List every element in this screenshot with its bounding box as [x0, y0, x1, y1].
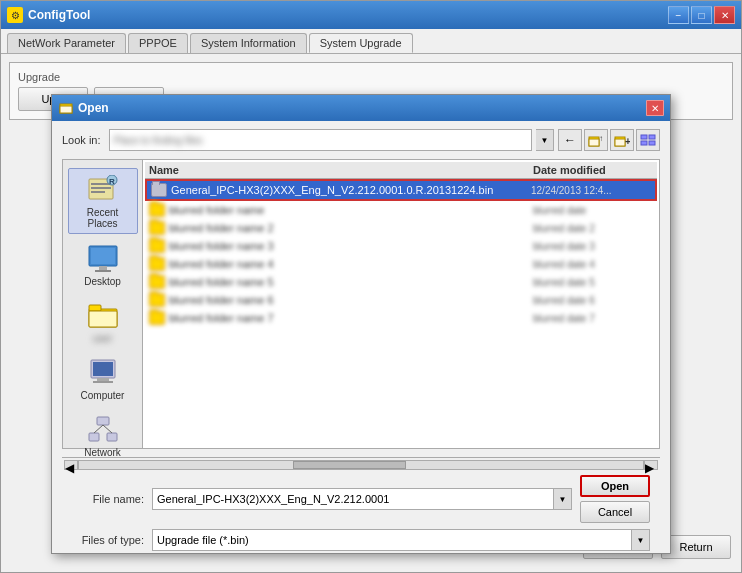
- svg-rect-27: [97, 378, 109, 381]
- filetype-dropdown[interactable]: ▼: [632, 529, 650, 551]
- app-title: ConfigTool: [28, 8, 668, 22]
- file-date-blurred2: blurred date 2: [533, 223, 653, 234]
- col-date-header: Date modified: [533, 164, 653, 176]
- folder-label: user: [93, 333, 112, 344]
- recent-label: Recent Places: [73, 207, 133, 229]
- svg-text:R: R: [109, 177, 115, 186]
- svg-rect-15: [91, 191, 105, 193]
- computer-label: Computer: [81, 390, 125, 401]
- place-desktop[interactable]: Desktop: [68, 238, 138, 291]
- window-close-button[interactable]: ✕: [714, 6, 735, 24]
- folder-item-icon: [149, 275, 165, 289]
- open-button[interactable]: Open: [580, 475, 650, 497]
- folder-item-icon: [149, 257, 165, 271]
- svg-rect-24: [89, 311, 117, 327]
- file-name-blurred7: blurred folder name 7: [169, 312, 533, 324]
- tab-bar: NetWork Parameter PPPOE System Informati…: [1, 29, 741, 54]
- folder-item-icon: [149, 239, 165, 253]
- network-icon: [87, 413, 119, 445]
- folder-up-button[interactable]: ↑: [584, 129, 608, 151]
- dialog-icon: [58, 100, 74, 116]
- hscroll-thumb[interactable]: [293, 461, 406, 469]
- svg-rect-30: [89, 433, 99, 441]
- title-bar: ⚙ ConfigTool − □ ✕: [1, 1, 741, 29]
- svg-rect-3: [589, 139, 599, 146]
- svg-rect-31: [107, 433, 117, 441]
- network-label: Network: [84, 447, 121, 458]
- horizontal-scrollbar[interactable]: ◀ ▶: [62, 457, 660, 471]
- svg-rect-20: [99, 266, 107, 270]
- view-button[interactable]: [636, 129, 660, 151]
- file-item[interactable]: blurred folder name 4 blurred date 4: [145, 255, 657, 273]
- filename-row: File name: General_IPC-HX3(2)XXX_Eng_N_V…: [72, 475, 650, 523]
- look-in-label: Look in:: [62, 134, 101, 146]
- place-folder[interactable]: user: [68, 295, 138, 348]
- filetype-value: Upgrade file (*.bin): [157, 534, 249, 546]
- tab-pppoe[interactable]: PPPOE: [128, 33, 188, 53]
- file-date-blurred4: blurred date 4: [533, 259, 653, 270]
- file-item[interactable]: blurred folder name 2 blurred date 2: [145, 219, 657, 237]
- dialog-body: Look in: Place to finding files ▼ ← ↑: [52, 121, 670, 569]
- col-name-header: Name: [149, 164, 533, 176]
- file-item[interactable]: blurred folder name 6 blurred date 6: [145, 291, 657, 309]
- svg-rect-19: [91, 248, 115, 264]
- file-item[interactable]: blurred folder name blurred date: [145, 201, 657, 219]
- selected-file-date: 12/24/2013 12:4...: [531, 185, 651, 196]
- svg-rect-9: [649, 135, 655, 139]
- hscroll-right-btn[interactable]: ▶: [644, 460, 658, 470]
- place-computer[interactable]: Computer: [68, 352, 138, 405]
- file-name-blurred5: blurred folder name 5: [169, 276, 533, 288]
- file-name-blurred: blurred folder name: [169, 204, 533, 216]
- filename-input[interactable]: General_IPC-HX3(2)XXX_Eng_N_V2.212.0001: [152, 488, 554, 510]
- filename-dropdown[interactable]: ▼: [554, 488, 572, 510]
- place-network[interactable]: Network: [68, 409, 138, 462]
- return-button[interactable]: Return: [661, 535, 731, 559]
- dialog-bottom-form: File name: General_IPC-HX3(2)XXX_Eng_N_V…: [62, 471, 660, 561]
- hscroll-left-btn[interactable]: ◀: [64, 460, 78, 470]
- look-in-value: Place to finding files: [114, 135, 203, 146]
- dialog-title-bar: Open ✕: [52, 95, 670, 121]
- svg-rect-1: [60, 106, 72, 113]
- filename-label: File name:: [72, 493, 152, 505]
- new-folder-button[interactable]: +: [610, 129, 634, 151]
- toolbar-buttons: ← ↑ +: [558, 129, 660, 151]
- file-date-blurred6: blurred date 6: [533, 295, 653, 306]
- maximize-button[interactable]: □: [691, 6, 712, 24]
- svg-text:↑: ↑: [599, 134, 603, 143]
- svg-rect-21: [95, 270, 111, 272]
- open-dialog: Open ✕ Look in: Place to finding files ▼…: [51, 94, 671, 554]
- svg-rect-23: [89, 305, 101, 311]
- dialog-action-buttons: Open Cancel: [580, 475, 650, 523]
- minimize-button[interactable]: −: [668, 6, 689, 24]
- filetype-label: Files of type:: [72, 534, 152, 546]
- hscroll-track[interactable]: [78, 460, 644, 470]
- file-item-selected[interactable]: General_IPC-HX3(2)XXX_Eng_N_V2.212.0001.…: [145, 179, 657, 201]
- place-recent[interactable]: R Recent Places: [68, 168, 138, 234]
- file-item[interactable]: blurred folder name 7 blurred date 7: [145, 309, 657, 327]
- folder-item-icon: [149, 203, 165, 217]
- recent-icon: R: [87, 173, 119, 205]
- svg-text:+: +: [625, 136, 630, 147]
- tab-system-upgrade[interactable]: System Upgrade: [309, 33, 413, 53]
- look-in-dropdown-button[interactable]: ▼: [536, 129, 554, 151]
- tab-system-information[interactable]: System Information: [190, 33, 307, 53]
- app-icon: ⚙: [7, 7, 23, 23]
- desktop-icon: [87, 242, 119, 274]
- svg-rect-10: [641, 141, 647, 145]
- folder-item-icon: [149, 311, 165, 325]
- file-name-blurred3: blurred folder name 3: [169, 240, 533, 252]
- svg-rect-11: [649, 141, 655, 145]
- file-item[interactable]: blurred folder name 5 blurred date 5: [145, 273, 657, 291]
- dialog-close-button[interactable]: ✕: [646, 100, 664, 116]
- file-list-container: R Recent Places: [62, 159, 660, 449]
- folder-item-icon: [149, 221, 165, 235]
- back-button[interactable]: ←: [558, 129, 582, 151]
- svg-rect-14: [91, 187, 111, 189]
- cancel-button[interactable]: Cancel: [580, 501, 650, 523]
- file-item[interactable]: blurred folder name 3 blurred date 3: [145, 237, 657, 255]
- filetype-input[interactable]: Upgrade file (*.bin): [152, 529, 632, 551]
- tab-network-parameter[interactable]: NetWork Parameter: [7, 33, 126, 53]
- look-in-combo[interactable]: Place to finding files: [109, 129, 532, 151]
- file-name-blurred6: blurred folder name 6: [169, 294, 533, 306]
- svg-rect-28: [93, 381, 113, 383]
